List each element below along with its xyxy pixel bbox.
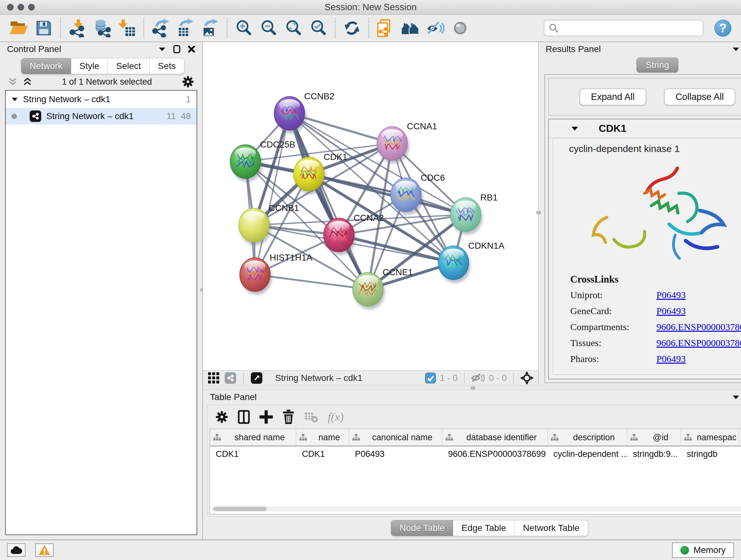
entry-collapse-caret-icon[interactable] — [571, 126, 578, 131]
zoom-selected-button[interactable] — [306, 17, 331, 40]
horizontal-splitter[interactable] — [203, 385, 741, 390]
export-table-button[interactable] — [173, 17, 198, 40]
crosslink-label: Uniprot: — [570, 290, 657, 300]
table-row[interactable]: CDK1CDK1P064939606.ENSP00000378699cyclin… — [210, 446, 741, 462]
gene-entry-header[interactable]: CDK1 — [549, 119, 741, 138]
network-graph[interactable]: CCNB2CCNA1CDC25BCDK1CDC6RB1CCNB1CCNA2CDK… — [203, 42, 539, 370]
node-table[interactable]: shared namenamecanonical namedatabase id… — [210, 429, 741, 514]
crosslink-link[interactable]: 9606.ENSP00000378699 — [657, 337, 741, 348]
tab-node-table[interactable]: Node Table — [391, 520, 453, 536]
import-table-from-file-button[interactable] — [115, 17, 139, 40]
cloud-button[interactable] — [7, 543, 25, 557]
panel-menu-caret-icon[interactable] — [158, 47, 166, 52]
panel-float-icon[interactable] — [173, 45, 181, 54]
column-header-shared-name[interactable]: shared name — [210, 429, 296, 446]
network-canvas[interactable]: CCNB2CCNA1CDC25BCDK1CDC6RB1CCNB1CCNA2CDK… — [203, 42, 538, 370]
search-box[interactable] — [544, 20, 703, 37]
help-button[interactable]: ? — [714, 19, 731, 37]
node-RB1[interactable] — [450, 198, 482, 235]
selected-nodes-checkbox-icon[interactable] — [425, 373, 436, 383]
column-header-description[interactable]: description — [548, 429, 627, 446]
node-CDC25B[interactable] — [230, 145, 262, 182]
collapse-all-button[interactable]: Collapse All — [664, 88, 736, 105]
expand-all-chevron-icon[interactable] — [8, 78, 17, 86]
table-cell[interactable]: cyclin-dependent ... — [548, 446, 627, 462]
add-column-icon[interactable] — [259, 410, 273, 424]
crosslink-link[interactable]: P06493 — [657, 290, 686, 300]
zoom-fit-button[interactable] — [281, 17, 306, 40]
node-CCNE1[interactable] — [353, 272, 385, 309]
delete-table-icon[interactable] — [304, 411, 318, 423]
panel-menu-caret-icon[interactable] — [732, 47, 740, 52]
zoom-in-button[interactable] — [231, 17, 256, 40]
column-header-namespac[interactable]: namespac — [681, 429, 739, 446]
zoom-out-button[interactable] — [256, 17, 281, 40]
function-builder-button[interactable]: f(x) — [328, 410, 344, 424]
show-columns-icon[interactable] — [238, 410, 250, 424]
node-CDKN1A[interactable] — [438, 246, 470, 283]
column-header-database-identifier[interactable]: database identifier — [442, 429, 548, 446]
tab-network[interactable]: Network — [21, 58, 71, 74]
hide-selected-button[interactable] — [423, 17, 448, 40]
grid-view-icon[interactable] — [207, 372, 220, 384]
crosslink-link[interactable]: P06493 — [657, 306, 686, 316]
table-cell[interactable]: P06493 — [349, 446, 442, 462]
warnings-button[interactable] — [35, 543, 54, 557]
birds-eye-view-icon[interactable] — [251, 372, 262, 384]
table-cell[interactable]: CDK1 — [296, 446, 349, 462]
column-header--id[interactable]: @id — [627, 429, 681, 446]
edge-HIST1H1A-CCNE1[interactable] — [255, 274, 368, 289]
tab-select[interactable]: Select — [108, 58, 150, 74]
open-session-button[interactable] — [6, 17, 31, 40]
pan-crosshair-icon[interactable] — [520, 371, 534, 385]
node-CCNB2[interactable] — [274, 97, 307, 133]
cloud-icon — [10, 546, 22, 555]
delete-column-icon[interactable] — [282, 410, 294, 424]
node-CDK1[interactable] — [293, 157, 326, 194]
collapse-all-chevron-icon[interactable] — [23, 78, 32, 86]
memory-button[interactable]: Memory — [672, 543, 734, 558]
table-cell[interactable]: 9606.ENSP00000378699 — [442, 446, 548, 462]
network-row[interactable]: String Network – cdk1 11 48 — [6, 108, 197, 125]
network-options-gear-icon[interactable] — [182, 76, 194, 88]
save-session-button[interactable] — [31, 17, 56, 40]
export-network-button[interactable] — [148, 17, 173, 40]
tab-edge-table[interactable]: Edge Table — [453, 520, 515, 536]
column-header-canonical-name[interactable]: canonical name — [349, 429, 442, 446]
table-options-gear-icon[interactable] — [215, 411, 228, 423]
import-network-from-file-button[interactable] — [65, 17, 90, 40]
edge-CCNB2-HIST1H1A[interactable] — [255, 113, 289, 274]
show-all-button[interactable] — [448, 17, 473, 40]
table-horizontal-scrollbar[interactable] — [212, 506, 741, 511]
table-cell[interactable]: CDK1 — [210, 446, 296, 462]
tab-network-table[interactable]: Network Table — [515, 520, 588, 536]
new-network-from-selection-button[interactable] — [373, 17, 398, 40]
search-input[interactable] — [562, 23, 698, 33]
import-network-from-database-button[interactable] — [90, 17, 115, 40]
refresh-button[interactable] — [340, 17, 364, 40]
hidden-elements-eye-icon[interactable] — [471, 373, 485, 383]
column-header-name[interactable]: name — [296, 429, 349, 446]
scrollbar-thumb[interactable] — [213, 507, 267, 511]
tab-sets[interactable]: Sets — [150, 58, 185, 74]
panel-menu-caret-icon[interactable] — [732, 395, 740, 400]
expand-all-button[interactable]: Expand All — [580, 88, 646, 105]
tab-string[interactable]: String — [636, 57, 678, 73]
horizontal-splitter-handle[interactable] — [470, 386, 475, 390]
network-collection-row[interactable]: String Network – cdk1 1 — [6, 91, 197, 108]
node-CCNA1[interactable] — [377, 126, 409, 164]
network-thumbnail-icon[interactable] — [225, 372, 236, 384]
table-cell[interactable]: stringdb — [681, 446, 739, 462]
tab-style[interactable]: Style — [71, 58, 108, 74]
export-image-button[interactable] — [198, 17, 223, 40]
crosslink-link[interactable]: 9606.ENSP00000378699 — [657, 321, 741, 332]
table-cell[interactable]: stringdb:9... — [627, 446, 681, 462]
vertical-splitter-handle[interactable] — [536, 211, 541, 214]
first-neighbors-button[interactable] — [398, 17, 423, 40]
crosslink-link[interactable]: P06493 — [657, 354, 686, 364]
node-CCNA2[interactable] — [324, 218, 356, 255]
panel-close-icon[interactable] — [188, 45, 195, 53]
tree-expand-caret-icon[interactable] — [11, 97, 18, 102]
zoom-selected-icon — [310, 19, 327, 37]
node-HIST1H1A[interactable] — [240, 258, 272, 295]
